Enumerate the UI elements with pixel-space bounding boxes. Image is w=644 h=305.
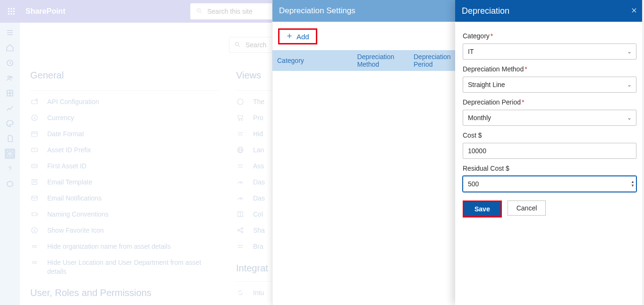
cart-icon xyxy=(236,113,246,123)
setting-label: Das xyxy=(253,178,265,187)
eye-off-icon xyxy=(30,242,40,252)
chart-icon[interactable] xyxy=(5,103,15,113)
svg-text:$: $ xyxy=(34,228,36,233)
save-button[interactable]: Save xyxy=(463,200,502,218)
setting-label: Ass xyxy=(253,162,264,171)
calendar-icon xyxy=(30,130,40,139)
box-icon[interactable] xyxy=(5,179,15,189)
form-button-row: Save Cancel xyxy=(463,200,636,218)
svg-point-46 xyxy=(239,119,240,120)
settings-search-placeholder: Search xyxy=(246,41,266,49)
svg-rect-28 xyxy=(32,132,37,137)
svg-rect-2 xyxy=(13,8,15,9)
search-icon xyxy=(234,41,241,49)
home-icon[interactable] xyxy=(5,43,15,53)
setting-naming-conventions[interactable]: Naming Conventions xyxy=(30,210,219,219)
eye-off-icon xyxy=(30,258,40,268)
lines-icon xyxy=(236,242,246,252)
add-button[interactable]: Add xyxy=(278,28,317,44)
hamburger-icon[interactable] xyxy=(5,27,15,38)
period-select-input[interactable] xyxy=(463,110,636,126)
depreciation-settings-title: Depreciation Settings xyxy=(272,0,455,22)
col-method[interactable]: Depreciation Method xyxy=(352,50,409,71)
svg-rect-0 xyxy=(8,8,9,9)
currency-icon: $ xyxy=(30,113,40,123)
setting-currency[interactable]: $Currency xyxy=(30,113,219,123)
divider xyxy=(30,90,219,91)
setting-first-asset-id[interactable]: 123First Asset ID xyxy=(30,162,219,171)
period-select[interactable]: ⌄ xyxy=(463,110,636,126)
setting-label: First Asset ID xyxy=(47,162,86,171)
template-icon xyxy=(30,178,40,187)
scrollbar[interactable] xyxy=(642,0,644,305)
setting-label: Intu xyxy=(253,288,264,297)
setting-asset-id-prefix[interactable]: TAsset ID Prefix xyxy=(30,146,219,155)
setting-email-notifications[interactable]: Email Notifications xyxy=(30,194,219,203)
svg-point-25 xyxy=(36,99,38,101)
search-icon xyxy=(196,8,203,16)
setting-label: Pro xyxy=(253,113,263,122)
gear-icon[interactable] xyxy=(5,148,15,159)
setting-label: Das xyxy=(253,194,265,203)
text-icon: T xyxy=(30,146,40,155)
cancel-button[interactable]: Cancel xyxy=(508,200,546,216)
setting-label: Email Template xyxy=(47,178,92,187)
setting-hide-user-location[interactable]: Hide User Location and User Department f… xyxy=(30,258,219,276)
svg-rect-38 xyxy=(32,213,37,216)
category-select[interactable]: ⌄ xyxy=(463,44,636,60)
number-icon: 123 xyxy=(30,162,40,171)
category-label: Category* xyxy=(463,32,636,40)
brand-label[interactable]: SharePoint xyxy=(25,7,65,16)
svg-line-63 xyxy=(239,231,242,232)
setting-label: Sha xyxy=(253,226,265,235)
number-stepper[interactable]: ▲▼ xyxy=(631,180,635,188)
setting-label: Email Notifications xyxy=(47,194,102,203)
svg-point-21 xyxy=(9,171,10,171)
setting-label: Date Format xyxy=(47,130,84,139)
svg-rect-3 xyxy=(8,11,9,12)
lines-icon xyxy=(236,162,246,171)
general-settings-list: API Configuration $Currency Date Format … xyxy=(30,97,219,276)
svg-rect-4 xyxy=(11,11,12,12)
app-launcher-button[interactable] xyxy=(0,0,23,23)
depreciation-form-panel: Depreciation Category* ⌄ Depreciation Me… xyxy=(455,0,644,305)
svg-text:$: $ xyxy=(34,116,36,120)
palette-icon xyxy=(236,97,246,107)
document-icon[interactable] xyxy=(5,133,15,144)
setting-email-template[interactable]: Email Template xyxy=(30,178,219,187)
svg-rect-7 xyxy=(11,13,12,15)
col-period[interactable]: Depreciation Period xyxy=(409,50,455,71)
svg-point-22 xyxy=(235,42,238,45)
general-section: General API Configuration $Currency Date… xyxy=(30,70,219,305)
method-label: Depreciation Method* xyxy=(463,65,636,73)
svg-rect-34 xyxy=(32,180,37,185)
setting-date-format[interactable]: Date Format xyxy=(30,130,219,139)
close-icon xyxy=(631,7,637,14)
cost-input[interactable] xyxy=(463,143,636,159)
people-icon[interactable] xyxy=(5,73,15,83)
setting-api-configuration[interactable]: API Configuration xyxy=(30,97,219,107)
setting-hide-org-name[interactable]: Hide organization name from asset detail… xyxy=(30,242,219,252)
residual-input-wrap: ▲▼ xyxy=(463,176,636,192)
col-category[interactable]: Category xyxy=(272,50,352,71)
depreciation-settings-panel: Depreciation Settings Add Category Depre… xyxy=(272,0,455,305)
setting-show-favorite-icon[interactable]: $Show Favorite Icon xyxy=(30,226,219,235)
grid-icon[interactable] xyxy=(5,88,15,98)
tag-icon xyxy=(30,210,40,219)
category-select-input[interactable] xyxy=(463,44,636,60)
close-button[interactable] xyxy=(631,6,637,16)
share-icon xyxy=(236,226,246,235)
method-select[interactable]: ⌄ xyxy=(463,77,636,93)
clock-icon[interactable] xyxy=(5,58,15,68)
setting-label: Hid xyxy=(253,130,263,139)
help-icon[interactable] xyxy=(5,164,15,174)
svg-line-23 xyxy=(238,45,240,47)
period-label: Depreciation Period* xyxy=(463,98,636,106)
waffle-icon xyxy=(8,8,15,15)
method-select-input[interactable] xyxy=(463,77,636,93)
mail-icon xyxy=(30,194,40,203)
columns-icon xyxy=(236,210,246,219)
setting-label: API Configuration xyxy=(47,97,99,106)
residual-input[interactable] xyxy=(463,176,636,192)
palette-icon[interactable] xyxy=(5,118,15,129)
